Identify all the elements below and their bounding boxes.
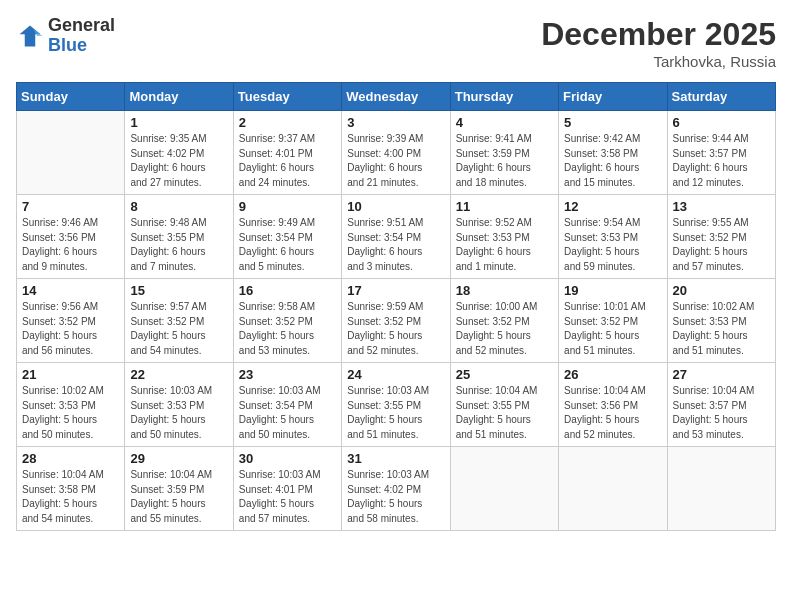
day-number: 22 bbox=[130, 367, 227, 382]
calendar-week-row: 1Sunrise: 9:35 AMSunset: 4:02 PMDaylight… bbox=[17, 111, 776, 195]
calendar-cell: 22Sunrise: 10:03 AMSunset: 3:53 PMDaylig… bbox=[125, 363, 233, 447]
day-number: 7 bbox=[22, 199, 119, 214]
calendar-header-row: SundayMondayTuesdayWednesdayThursdayFrid… bbox=[17, 83, 776, 111]
day-info: Sunrise: 10:00 AMSunset: 3:52 PMDaylight… bbox=[456, 300, 553, 358]
day-number: 15 bbox=[130, 283, 227, 298]
calendar-cell: 16Sunrise: 9:58 AMSunset: 3:52 PMDayligh… bbox=[233, 279, 341, 363]
calendar-cell: 29Sunrise: 10:04 AMSunset: 3:59 PMDaylig… bbox=[125, 447, 233, 531]
calendar-cell: 5Sunrise: 9:42 AMSunset: 3:58 PMDaylight… bbox=[559, 111, 667, 195]
calendar-cell: 14Sunrise: 9:56 AMSunset: 3:52 PMDayligh… bbox=[17, 279, 125, 363]
day-info: Sunrise: 9:49 AMSunset: 3:54 PMDaylight:… bbox=[239, 216, 336, 274]
calendar-week-row: 7Sunrise: 9:46 AMSunset: 3:56 PMDaylight… bbox=[17, 195, 776, 279]
day-info: Sunrise: 9:42 AMSunset: 3:58 PMDaylight:… bbox=[564, 132, 661, 190]
day-number: 16 bbox=[239, 283, 336, 298]
weekday-header: Saturday bbox=[667, 83, 775, 111]
location-text: Tarkhovka, Russia bbox=[541, 53, 776, 70]
day-number: 17 bbox=[347, 283, 444, 298]
calendar-cell: 15Sunrise: 9:57 AMSunset: 3:52 PMDayligh… bbox=[125, 279, 233, 363]
day-info: Sunrise: 9:56 AMSunset: 3:52 PMDaylight:… bbox=[22, 300, 119, 358]
calendar-week-row: 14Sunrise: 9:56 AMSunset: 3:52 PMDayligh… bbox=[17, 279, 776, 363]
day-number: 26 bbox=[564, 367, 661, 382]
day-info: Sunrise: 10:01 AMSunset: 3:52 PMDaylight… bbox=[564, 300, 661, 358]
day-number: 29 bbox=[130, 451, 227, 466]
day-info: Sunrise: 10:04 AMSunset: 3:55 PMDaylight… bbox=[456, 384, 553, 442]
day-number: 9 bbox=[239, 199, 336, 214]
day-info: Sunrise: 10:04 AMSunset: 3:56 PMDaylight… bbox=[564, 384, 661, 442]
weekday-header: Tuesday bbox=[233, 83, 341, 111]
day-info: Sunrise: 9:52 AMSunset: 3:53 PMDaylight:… bbox=[456, 216, 553, 274]
day-number: 20 bbox=[673, 283, 770, 298]
day-number: 5 bbox=[564, 115, 661, 130]
calendar-cell: 9Sunrise: 9:49 AMSunset: 3:54 PMDaylight… bbox=[233, 195, 341, 279]
day-number: 1 bbox=[130, 115, 227, 130]
day-info: Sunrise: 10:03 AMSunset: 3:53 PMDaylight… bbox=[130, 384, 227, 442]
calendar-cell: 18Sunrise: 10:00 AMSunset: 3:52 PMDaylig… bbox=[450, 279, 558, 363]
day-number: 8 bbox=[130, 199, 227, 214]
day-number: 2 bbox=[239, 115, 336, 130]
weekday-header: Wednesday bbox=[342, 83, 450, 111]
day-info: Sunrise: 9:44 AMSunset: 3:57 PMDaylight:… bbox=[673, 132, 770, 190]
calendar-cell: 13Sunrise: 9:55 AMSunset: 3:52 PMDayligh… bbox=[667, 195, 775, 279]
day-info: Sunrise: 10:02 AMSunset: 3:53 PMDaylight… bbox=[673, 300, 770, 358]
day-info: Sunrise: 10:03 AMSunset: 3:55 PMDaylight… bbox=[347, 384, 444, 442]
month-year-title: December 2025 bbox=[541, 16, 776, 53]
calendar-cell bbox=[667, 447, 775, 531]
calendar-week-row: 28Sunrise: 10:04 AMSunset: 3:58 PMDaylig… bbox=[17, 447, 776, 531]
calendar-cell: 4Sunrise: 9:41 AMSunset: 3:59 PMDaylight… bbox=[450, 111, 558, 195]
day-number: 19 bbox=[564, 283, 661, 298]
day-info: Sunrise: 9:37 AMSunset: 4:01 PMDaylight:… bbox=[239, 132, 336, 190]
day-number: 30 bbox=[239, 451, 336, 466]
calendar-table: SundayMondayTuesdayWednesdayThursdayFrid… bbox=[16, 82, 776, 531]
day-number: 18 bbox=[456, 283, 553, 298]
calendar-cell: 11Sunrise: 9:52 AMSunset: 3:53 PMDayligh… bbox=[450, 195, 558, 279]
day-info: Sunrise: 10:04 AMSunset: 3:59 PMDaylight… bbox=[130, 468, 227, 526]
day-info: Sunrise: 10:02 AMSunset: 3:53 PMDaylight… bbox=[22, 384, 119, 442]
day-info: Sunrise: 9:39 AMSunset: 4:00 PMDaylight:… bbox=[347, 132, 444, 190]
day-number: 27 bbox=[673, 367, 770, 382]
weekday-header: Sunday bbox=[17, 83, 125, 111]
calendar-cell: 30Sunrise: 10:03 AMSunset: 4:01 PMDaylig… bbox=[233, 447, 341, 531]
day-info: Sunrise: 9:55 AMSunset: 3:52 PMDaylight:… bbox=[673, 216, 770, 274]
day-number: 28 bbox=[22, 451, 119, 466]
day-number: 21 bbox=[22, 367, 119, 382]
day-info: Sunrise: 10:03 AMSunset: 4:02 PMDaylight… bbox=[347, 468, 444, 526]
logo: General Blue bbox=[16, 16, 115, 56]
day-info: Sunrise: 9:54 AMSunset: 3:53 PMDaylight:… bbox=[564, 216, 661, 274]
day-info: Sunrise: 10:03 AMSunset: 4:01 PMDaylight… bbox=[239, 468, 336, 526]
day-info: Sunrise: 9:58 AMSunset: 3:52 PMDaylight:… bbox=[239, 300, 336, 358]
calendar-cell: 8Sunrise: 9:48 AMSunset: 3:55 PMDaylight… bbox=[125, 195, 233, 279]
day-info: Sunrise: 10:04 AMSunset: 3:58 PMDaylight… bbox=[22, 468, 119, 526]
day-info: Sunrise: 9:59 AMSunset: 3:52 PMDaylight:… bbox=[347, 300, 444, 358]
calendar-cell: 1Sunrise: 9:35 AMSunset: 4:02 PMDaylight… bbox=[125, 111, 233, 195]
day-info: Sunrise: 9:35 AMSunset: 4:02 PMDaylight:… bbox=[130, 132, 227, 190]
title-block: December 2025 Tarkhovka, Russia bbox=[541, 16, 776, 70]
calendar-cell bbox=[559, 447, 667, 531]
day-number: 12 bbox=[564, 199, 661, 214]
day-info: Sunrise: 9:48 AMSunset: 3:55 PMDaylight:… bbox=[130, 216, 227, 274]
calendar-week-row: 21Sunrise: 10:02 AMSunset: 3:53 PMDaylig… bbox=[17, 363, 776, 447]
calendar-cell: 6Sunrise: 9:44 AMSunset: 3:57 PMDaylight… bbox=[667, 111, 775, 195]
day-number: 31 bbox=[347, 451, 444, 466]
day-info: Sunrise: 9:57 AMSunset: 3:52 PMDaylight:… bbox=[130, 300, 227, 358]
calendar-cell: 10Sunrise: 9:51 AMSunset: 3:54 PMDayligh… bbox=[342, 195, 450, 279]
day-number: 3 bbox=[347, 115, 444, 130]
day-number: 13 bbox=[673, 199, 770, 214]
day-info: Sunrise: 9:46 AMSunset: 3:56 PMDaylight:… bbox=[22, 216, 119, 274]
logo-icon bbox=[16, 22, 44, 50]
logo-blue-text: Blue bbox=[48, 35, 87, 55]
calendar-cell: 24Sunrise: 10:03 AMSunset: 3:55 PMDaylig… bbox=[342, 363, 450, 447]
calendar-cell: 25Sunrise: 10:04 AMSunset: 3:55 PMDaylig… bbox=[450, 363, 558, 447]
calendar-cell: 17Sunrise: 9:59 AMSunset: 3:52 PMDayligh… bbox=[342, 279, 450, 363]
calendar-cell: 23Sunrise: 10:03 AMSunset: 3:54 PMDaylig… bbox=[233, 363, 341, 447]
logo-general-text: General bbox=[48, 15, 115, 35]
day-number: 11 bbox=[456, 199, 553, 214]
calendar-cell: 19Sunrise: 10:01 AMSunset: 3:52 PMDaylig… bbox=[559, 279, 667, 363]
calendar-cell: 31Sunrise: 10:03 AMSunset: 4:02 PMDaylig… bbox=[342, 447, 450, 531]
weekday-header: Thursday bbox=[450, 83, 558, 111]
calendar-cell: 12Sunrise: 9:54 AMSunset: 3:53 PMDayligh… bbox=[559, 195, 667, 279]
calendar-cell bbox=[17, 111, 125, 195]
day-number: 6 bbox=[673, 115, 770, 130]
calendar-cell: 27Sunrise: 10:04 AMSunset: 3:57 PMDaylig… bbox=[667, 363, 775, 447]
day-number: 14 bbox=[22, 283, 119, 298]
weekday-header: Friday bbox=[559, 83, 667, 111]
